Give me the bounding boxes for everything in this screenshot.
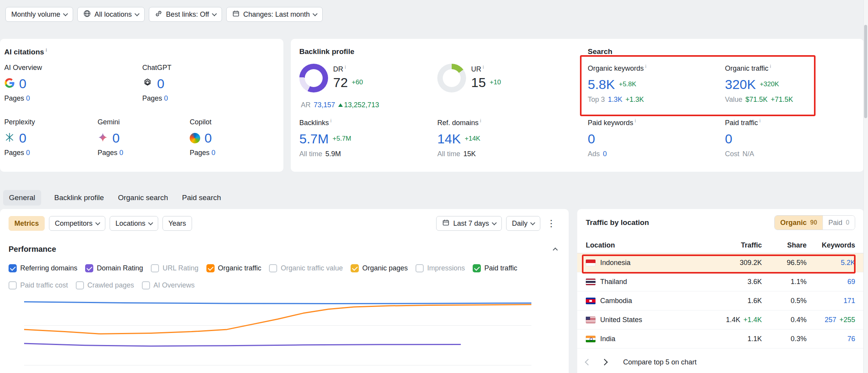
date-range-button[interactable]: Last 7 days xyxy=(436,216,502,231)
info-icon xyxy=(480,118,481,124)
ar-value-link[interactable]: 73,157 xyxy=(314,101,335,109)
ur-label: UR xyxy=(471,65,481,73)
calendar-icon xyxy=(232,10,240,19)
metrics-button[interactable]: Metrics xyxy=(9,216,45,231)
page-scrollbar[interactable] xyxy=(863,0,868,373)
site-explorer-overview: Monthly volume All locations Best links:… xyxy=(0,0,868,373)
scrollbar-thumb[interactable] xyxy=(864,25,867,118)
checkbox-paid-traffic[interactable]: Paid traffic xyxy=(473,264,517,272)
chatgpt-icon xyxy=(142,78,153,90)
keywords-link[interactable]: 69 xyxy=(847,278,855,286)
tab-paid-search[interactable]: Paid search xyxy=(181,190,222,206)
chevron-down-icon xyxy=(530,220,535,225)
backlink-profile-title: Backlink profile xyxy=(299,47,355,56)
ar-label: AR xyxy=(301,101,311,109)
years-button[interactable]: Years xyxy=(162,216,192,231)
organic-traffic-value-link[interactable]: 320K xyxy=(725,78,756,91)
chevron-right-icon[interactable] xyxy=(601,359,608,366)
ai-overview-value: 0 xyxy=(19,77,26,90)
copilot-icon xyxy=(190,133,200,143)
metric-checkbox-row-2: Paid traffic costCrawled pagesAI Overvie… xyxy=(9,281,195,289)
pages-count-link[interactable]: 0 xyxy=(211,149,215,157)
ur-delta: +10 xyxy=(490,78,501,86)
keywords-link[interactable]: 76 xyxy=(847,335,855,343)
checkbox-referring-domains[interactable]: Referring domains xyxy=(9,264,77,272)
chevron-down-icon xyxy=(134,11,140,16)
best-links-filter-button[interactable]: Best links: Off xyxy=(149,7,222,22)
pages-count-link[interactable]: 0 xyxy=(26,94,30,102)
checkbox-organic-traffic[interactable]: Organic traffic xyxy=(206,264,262,272)
location-row-united-states[interactable]: United States 1.4K+1.4K 0.4% 257+255 xyxy=(577,310,864,329)
ai-overview-label: AI Overview xyxy=(4,64,42,72)
dr-value: 72 xyxy=(333,76,348,89)
keywords-link[interactable]: 257 xyxy=(824,316,836,324)
organic-count-badge: 90 xyxy=(810,219,817,226)
paid-toggle-button[interactable]: Paid0 xyxy=(823,216,855,230)
ref-domains-stat: Ref. domains 14K+14K All time15K xyxy=(437,118,481,158)
flag-india-icon xyxy=(586,336,596,342)
tab-general[interactable]: General xyxy=(3,190,41,206)
perplexity-icon xyxy=(4,132,15,144)
ads-value-link[interactable]: 0 xyxy=(603,150,607,158)
ai-citations-panel: AI citations AI Overview 0 Pages0 ChatGP… xyxy=(0,39,283,172)
location-row-thailand[interactable]: Thailand 3.6K 1.1% 69 xyxy=(577,272,864,291)
chevron-left-icon[interactable] xyxy=(585,359,592,366)
chevron-down-icon xyxy=(212,11,217,16)
competitors-button[interactable]: Competitors xyxy=(49,216,105,231)
checkbox-paid-traffic-cost[interactable]: Paid traffic cost xyxy=(9,281,68,289)
backlinks-value-link[interactable]: 5.7M xyxy=(299,132,329,145)
chatgpt-stat: ChatGPT 0 Pages0 xyxy=(142,64,171,103)
gemini-value: 0 xyxy=(112,131,120,145)
checkbox-organic-traffic-value[interactable]: Organic traffic value xyxy=(269,264,343,272)
info-icon xyxy=(770,64,771,69)
calendar-icon xyxy=(442,219,450,228)
pages-count-link[interactable]: 0 xyxy=(26,149,30,157)
refdomains-value-link[interactable]: 14K xyxy=(437,132,461,145)
keywords-link[interactable]: 171 xyxy=(844,297,855,305)
search-title: Search xyxy=(588,47,612,56)
checkbox-impressions[interactable]: Impressions xyxy=(416,264,465,272)
keywords-link[interactable]: 5.2K xyxy=(841,259,855,267)
domain-rating-stat: DR 72+60 xyxy=(299,64,363,92)
locations-button[interactable]: Locations xyxy=(110,216,158,231)
column-traffic: Traffic xyxy=(704,241,762,249)
backlink-search-panel: Backlink profile Search DR 72+60 AR73,15… xyxy=(291,39,864,172)
checkbox-domain-rating[interactable]: Domain Rating xyxy=(85,264,143,272)
organic-keywords-value-link[interactable]: 5.8K xyxy=(588,78,615,91)
chatgpt-pages: Pages0 xyxy=(142,94,171,103)
dr-delta: +60 xyxy=(352,78,363,86)
location-table-header: Location Traffic Share Keywords xyxy=(577,238,864,253)
locations-filter-button[interactable]: All locations xyxy=(77,7,145,22)
performance-panel: Metrics Competitors Locations Years Last… xyxy=(0,209,569,373)
pages-count-link[interactable]: 0 xyxy=(119,149,123,157)
tab-organic-search[interactable]: Organic search xyxy=(117,190,169,206)
top3-value-link[interactable]: 1.3K xyxy=(608,96,622,104)
link-icon xyxy=(155,10,162,19)
location-row-india[interactable]: India 1.1K 0.3% 76 xyxy=(577,329,864,349)
backlinks-stat: Backlinks 5.7M+5.7M All time5.9M xyxy=(299,118,351,158)
metric-checkbox-row-1: Referring domainsDomain RatingURL Rating… xyxy=(9,264,517,272)
chart-line-referring-domains xyxy=(24,302,531,304)
checkbox-crawled-pages[interactable]: Crawled pages xyxy=(76,281,134,289)
pages-count-link[interactable]: 0 xyxy=(164,94,168,102)
changes-filter-button[interactable]: Changes: Last month xyxy=(226,7,323,22)
checkbox-organic-pages[interactable]: Organic pages xyxy=(351,264,408,272)
collapse-chevron-up-icon[interactable] xyxy=(553,248,558,253)
location-row-indonesia[interactable]: Indonesia 309.2K 96.5% 5.2K xyxy=(577,253,864,272)
tab-backlink-profile[interactable]: Backlink profile xyxy=(54,190,105,206)
volume-filter-label: Monthly volume xyxy=(11,10,60,19)
location-row-cambodia[interactable]: Cambodia 1.6K 0.5% 171 xyxy=(577,291,864,310)
compare-top5-label[interactable]: Compare top 5 on chart xyxy=(623,358,697,366)
checkbox-url-rating[interactable]: URL Rating xyxy=(151,264,198,272)
checkbox-box xyxy=(206,264,215,272)
granularity-button[interactable]: Daily xyxy=(506,216,540,231)
filters-toolbar: Monthly volume All locations Best links:… xyxy=(5,7,323,22)
organic-toggle-button[interactable]: Organic90 xyxy=(775,216,823,230)
paid-traffic-value-link[interactable]: 0 xyxy=(725,132,732,145)
more-options-button[interactable] xyxy=(545,216,558,231)
paid-keywords-value-link[interactable]: 0 xyxy=(588,132,595,145)
checkbox-ai-overviews[interactable]: AI Overviews xyxy=(142,281,195,289)
dr-label: DR xyxy=(333,65,343,73)
chatgpt-value: 0 xyxy=(157,77,164,90)
volume-filter-button[interactable]: Monthly volume xyxy=(5,7,73,22)
